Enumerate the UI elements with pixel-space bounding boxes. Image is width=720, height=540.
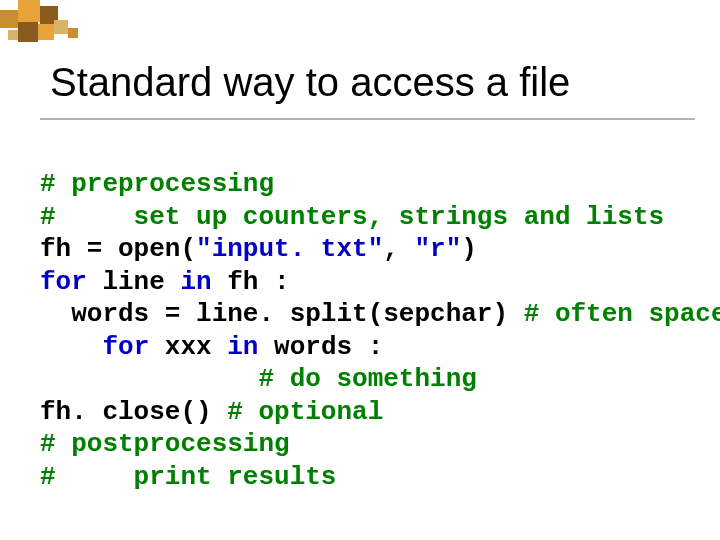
corner-decoration — [0, 0, 108, 48]
code-comment: # postprocessing — [40, 429, 290, 459]
code-text: fh : — [212, 267, 290, 297]
code-text: fh = open( — [40, 234, 196, 264]
deco-square — [18, 0, 40, 22]
deco-square — [18, 22, 38, 42]
code-keyword: for — [102, 332, 149, 362]
code-text: xxx — [149, 332, 227, 362]
deco-square — [54, 20, 68, 34]
deco-square — [38, 24, 54, 40]
deco-square — [0, 10, 18, 28]
slide: Standard way to access a file # preproce… — [0, 0, 720, 540]
code-comment: # do something — [40, 364, 477, 394]
code-text: ) — [461, 234, 477, 264]
code-text: words = line. split(sepchar) — [40, 299, 524, 329]
code-comment: # often space — [524, 299, 720, 329]
code-text — [40, 332, 102, 362]
code-string: "input. txt" — [196, 234, 383, 264]
code-comment: # print results — [40, 462, 336, 492]
title-underline — [40, 118, 695, 120]
code-text: , — [383, 234, 414, 264]
code-block: # preprocessing # set up counters, strin… — [40, 168, 700, 493]
code-keyword: in — [180, 267, 211, 297]
deco-square — [68, 28, 78, 38]
code-text: words : — [258, 332, 383, 362]
code-comment: # set up counters, strings and lists — [40, 202, 664, 232]
code-text: fh. close() — [40, 397, 227, 427]
deco-square — [8, 30, 18, 40]
slide-title: Standard way to access a file — [50, 60, 690, 104]
code-keyword: for — [40, 267, 87, 297]
code-string: "r" — [414, 234, 461, 264]
code-keyword: in — [227, 332, 258, 362]
code-text: line — [87, 267, 181, 297]
code-comment: # preprocessing — [40, 169, 274, 199]
code-comment: # optional — [227, 397, 383, 427]
